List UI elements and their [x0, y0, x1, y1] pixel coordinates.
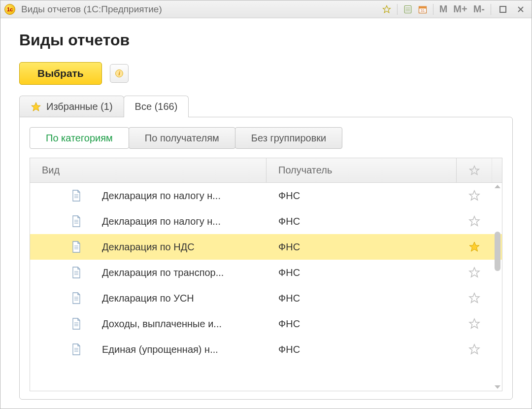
document-icon	[71, 215, 81, 227]
tab-all[interactable]: Все (166)	[124, 96, 189, 117]
row-recv-text: ФНС	[278, 267, 300, 278]
grouping-buttons: По категориям По получателям Без группир…	[30, 127, 502, 149]
row-recv-text: ФНС	[278, 216, 300, 227]
memory-mminus-button[interactable]: M-	[472, 3, 486, 15]
document-icon	[71, 190, 81, 202]
grid-header: Вид Получатель	[30, 158, 502, 183]
document-icon	[71, 318, 81, 330]
toolbar: Выбрать i	[19, 62, 513, 85]
group-by-recipient-button[interactable]: По получателям	[129, 127, 235, 149]
row-favorite-toggle[interactable]	[457, 318, 492, 330]
row-favorite-toggle[interactable]	[457, 267, 492, 278]
row-vid-text: Декларация по УСН	[102, 293, 194, 304]
svg-marker-0	[383, 5, 390, 12]
calendar-icon[interactable]: 31	[417, 4, 428, 15]
row-vid-text: Единая (упрощенная) н...	[102, 344, 218, 355]
svg-marker-22	[469, 216, 479, 226]
maximize-button[interactable]	[496, 4, 510, 15]
table-row[interactable]: Декларация по транспор...ФНС	[30, 260, 502, 285]
select-button[interactable]: Выбрать	[19, 62, 102, 85]
row-recv-text: ФНС	[278, 241, 300, 252]
svg-marker-30	[469, 268, 479, 277]
document-icon	[71, 267, 81, 278]
memory-mplus-button[interactable]: M+	[452, 3, 468, 15]
table-row[interactable]: Декларация по налогу н...ФНС	[30, 183, 502, 208]
window-title: Виды отчетов (1С:Предприятие)	[21, 4, 162, 15]
table-row[interactable]: Декларация по УСНФНС	[30, 285, 502, 311]
svg-marker-14	[469, 166, 478, 174]
row-vid-text: Декларация по транспор...	[102, 267, 224, 278]
svg-marker-34	[469, 293, 479, 303]
grid-header-vid[interactable]: Вид	[30, 158, 266, 182]
table-row[interactable]: Декларация по НДСФНС	[30, 234, 502, 260]
titlebar: 1c Виды отчетов (1С:Предприятие) 31 M M+…	[0, 0, 532, 18]
row-favorite-toggle[interactable]	[457, 292, 492, 304]
report-grid: Вид Получатель Декларация по налогу н...…	[30, 158, 502, 391]
svg-marker-13	[32, 102, 40, 110]
row-vid-text: Декларация по налогу н...	[102, 190, 221, 202]
row-favorite-toggle[interactable]	[457, 343, 492, 355]
scroll-down-icon[interactable]	[495, 385, 500, 389]
row-recv-text: ФНС	[278, 344, 300, 355]
document-icon	[71, 292, 81, 304]
grid-body: Декларация по налогу н...ФНСДекларация п…	[30, 183, 502, 391]
star-icon	[31, 102, 41, 112]
table-row[interactable]: Доходы, выплаченные и...ФНС	[30, 311, 502, 337]
info-button[interactable]: i	[110, 64, 129, 83]
table-row[interactable]: Единая (упрощенная) н...ФНС	[30, 337, 502, 362]
grid-header-recv[interactable]: Получатель	[266, 158, 457, 182]
svg-marker-38	[469, 319, 479, 328]
close-button[interactable]	[514, 4, 528, 15]
group-by-category-button[interactable]: По категориям	[30, 127, 129, 149]
page-title: Виды отчетов	[19, 31, 513, 49]
row-recv-text: ФНС	[278, 190, 300, 201]
titlebar-tools: 31 M M+ M-	[381, 3, 528, 15]
memory-m-button[interactable]: M	[438, 3, 449, 15]
svg-text:31: 31	[420, 8, 424, 13]
window: 1c Виды отчетов (1С:Предприятие) 31 M M+…	[0, 0, 532, 409]
scroll-up-icon[interactable]	[495, 185, 500, 188]
group-no-grouping-button[interactable]: Без группировки	[235, 127, 342, 149]
tabs: Избранные (1) Все (166)	[19, 96, 513, 117]
tab-all-label: Все (166)	[135, 101, 178, 112]
scrollbar[interactable]	[494, 183, 501, 391]
row-recv-text: ФНС	[278, 293, 300, 304]
row-vid-text: Доходы, выплаченные и...	[102, 318, 222, 330]
document-icon	[71, 241, 81, 253]
svg-marker-18	[469, 191, 479, 200]
grid-header-fav[interactable]	[457, 158, 492, 182]
document-icon	[71, 343, 81, 355]
row-recv-text: ФНС	[278, 318, 300, 329]
favorites-titlebar-icon[interactable]	[381, 4, 392, 15]
tab-favorites[interactable]: Избранные (1)	[19, 96, 124, 117]
row-favorite-toggle[interactable]	[457, 241, 492, 253]
app-icon: 1c	[4, 4, 15, 15]
row-vid-text: Декларация по НДС	[102, 241, 195, 253]
scroll-thumb[interactable]	[495, 232, 500, 271]
content-area: Виды отчетов Выбрать i Избранные (1) Все…	[0, 18, 532, 409]
svg-rect-8	[500, 6, 506, 12]
row-vid-text: Декларация по налогу н...	[102, 216, 221, 227]
svg-marker-42	[469, 344, 479, 354]
row-favorite-toggle[interactable]	[457, 190, 492, 202]
tab-pane: По категориям По получателям Без группир…	[19, 117, 513, 400]
calculator-icon[interactable]	[402, 4, 413, 15]
tab-favorites-label: Избранные (1)	[46, 101, 113, 112]
svg-marker-26	[469, 242, 479, 251]
table-row[interactable]: Декларация по налогу н...ФНС	[30, 208, 502, 234]
row-favorite-toggle[interactable]	[457, 215, 492, 227]
